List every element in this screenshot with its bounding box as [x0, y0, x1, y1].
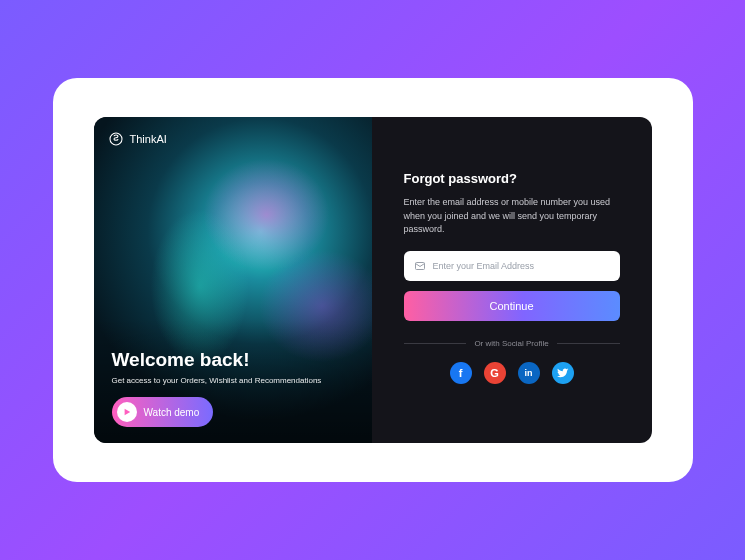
- linkedin-icon: in: [525, 368, 533, 378]
- divider-line-right: [557, 343, 620, 344]
- google-button[interactable]: G: [484, 362, 506, 384]
- form-description: Enter the email address or mobile number…: [404, 196, 620, 237]
- email-input[interactable]: [433, 261, 610, 271]
- facebook-button[interactable]: f: [450, 362, 472, 384]
- page-frame: ThinkAI Welcome back! Get access to your…: [53, 78, 693, 482]
- twitter-button[interactable]: [552, 362, 574, 384]
- form-panel: Forgot password? Enter the email address…: [372, 117, 652, 443]
- watch-demo-label: Watch demo: [144, 407, 200, 418]
- watch-demo-button[interactable]: Watch demo: [112, 397, 214, 427]
- brand-logo: ThinkAI: [108, 131, 167, 147]
- social-divider: Or with Social Profile: [404, 339, 620, 348]
- facebook-icon: f: [459, 367, 463, 379]
- welcome-subtitle: Get access to your Orders, Wishlist and …: [112, 376, 354, 385]
- social-buttons: f G in: [404, 362, 620, 384]
- twitter-icon: [557, 367, 569, 379]
- welcome-title: Welcome back!: [112, 349, 354, 371]
- email-field-wrapper: [404, 251, 620, 281]
- hero-panel: ThinkAI Welcome back! Get access to your…: [94, 117, 372, 443]
- brain-icon: [108, 131, 124, 147]
- linkedin-button[interactable]: in: [518, 362, 540, 384]
- divider-label: Or with Social Profile: [474, 339, 548, 348]
- google-icon: G: [490, 367, 499, 379]
- form-title: Forgot password?: [404, 171, 620, 186]
- continue-button[interactable]: Continue: [404, 291, 620, 321]
- brand-name: ThinkAI: [130, 133, 167, 145]
- play-icon: [117, 402, 137, 422]
- hero-copy: Welcome back! Get access to your Orders,…: [112, 349, 354, 427]
- mail-icon: [414, 260, 426, 272]
- divider-line-left: [404, 343, 467, 344]
- auth-card: ThinkAI Welcome back! Get access to your…: [94, 117, 652, 443]
